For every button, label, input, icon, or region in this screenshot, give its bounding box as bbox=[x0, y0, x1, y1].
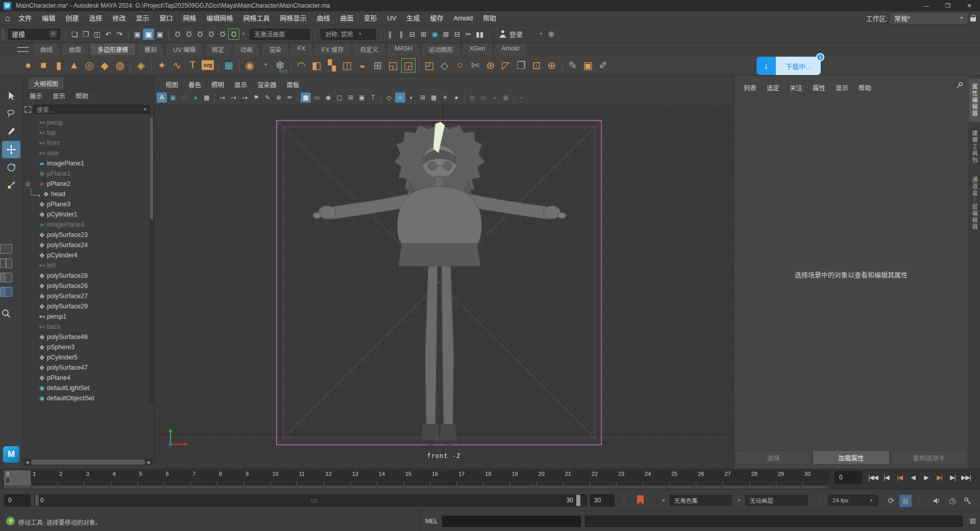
pan-zoom-icon[interactable]: ⊕ bbox=[274, 92, 284, 103]
frame-10[interactable]: 10 bbox=[270, 470, 297, 486]
crease-tool-icon[interactable]: ✎ bbox=[565, 58, 580, 73]
scale-tool-icon[interactable] bbox=[2, 177, 20, 194]
menu-item[interactable]: UV bbox=[382, 11, 402, 25]
attribute-editor-button[interactable]: 加载属性 bbox=[813, 450, 889, 465]
maximize-button[interactable]: ❐ bbox=[937, 0, 959, 11]
attribute-editor-menu-item[interactable]: 帮助 bbox=[855, 83, 875, 92]
rotate-tool-icon[interactable] bbox=[2, 159, 20, 176]
open-scene-icon[interactable]: ❒ bbox=[80, 29, 91, 40]
frame-18[interactable]: 18 bbox=[483, 470, 509, 486]
globe-icon[interactable]: ⊕ bbox=[548, 30, 555, 39]
camera-attributes-icon[interactable]: ▪◄ bbox=[240, 92, 250, 103]
tree-item[interactable]: ❖pPlane3 bbox=[22, 199, 149, 209]
lattice-icon[interactable]: ⊡ bbox=[529, 58, 544, 73]
scroll-right-icon[interactable]: ▶ bbox=[145, 460, 153, 465]
collapse-icon[interactable]: ⊟ bbox=[26, 181, 33, 187]
frame-23[interactable]: 23 bbox=[616, 470, 643, 486]
attribute-editor-button[interactable]: 选择 bbox=[735, 450, 812, 465]
screen-space-ao-icon[interactable]: ☀ bbox=[440, 92, 450, 103]
fps-dropdown[interactable]: 24 fps ▼ bbox=[828, 495, 878, 506]
tree-item[interactable]: ❖pPlane1 bbox=[22, 168, 149, 179]
frame-7[interactable]: 7 bbox=[190, 470, 217, 486]
select-camera-icon[interactable]: ▪◄ bbox=[217, 92, 228, 103]
viewport-panel[interactable]: 视图着色照明显示渲染器面板 A▣▢◕▩▪◄▪◄▪◄⚑✎⊕✏▦▭◉▢⊞▣T◇◆◐⊞… bbox=[154, 76, 733, 469]
tree-item[interactable]: ■◄persp1 bbox=[22, 311, 149, 322]
shelf-tab[interactable]: FX bbox=[290, 43, 313, 55]
lock-camera-icon[interactable]: ▪◄ bbox=[229, 92, 239, 103]
range-slider[interactable]: 0 30 bbox=[35, 494, 587, 506]
menu-item[interactable]: 修改 bbox=[107, 11, 131, 25]
boolean-union-icon[interactable]: ◱ bbox=[385, 58, 401, 73]
wireframe-icon[interactable]: ◇ bbox=[384, 92, 394, 103]
lock-icon[interactable] bbox=[970, 17, 976, 21]
snap-grid-icon[interactable]: Ω bbox=[172, 29, 183, 40]
snap-view-plane-icon[interactable]: Ω bbox=[217, 29, 228, 40]
poly-plane-icon[interactable]: ◆ bbox=[97, 58, 112, 73]
poly-disc-icon[interactable]: ◍ bbox=[112, 58, 128, 73]
go-to-end-button[interactable]: ▶▶| bbox=[960, 471, 972, 484]
home-icon[interactable]: ⌂ bbox=[5, 13, 10, 23]
poly-cylinder-icon[interactable]: ▮ bbox=[51, 58, 66, 73]
shelf-tab[interactable]: 曲线 bbox=[33, 43, 60, 55]
frame-4[interactable]: 4 bbox=[111, 470, 137, 486]
poly-cube-icon[interactable]: ■ bbox=[36, 58, 51, 73]
menu-item[interactable]: 创建 bbox=[60, 11, 84, 25]
viewport-menu-item[interactable]: 渲染器 bbox=[254, 80, 280, 89]
circularize-icon[interactable]: ⊛ bbox=[483, 58, 498, 73]
safe-title-icon[interactable]: T bbox=[368, 92, 378, 103]
tree-item[interactable]: ❖polySurface29 bbox=[22, 301, 149, 311]
depth-peeling-icon[interactable]: ▢ bbox=[179, 92, 189, 103]
frame-22[interactable]: 22 bbox=[590, 470, 616, 486]
multisample-icon[interactable]: ▣ bbox=[168, 92, 178, 103]
menu-item[interactable]: 显示 bbox=[131, 11, 154, 25]
smooth-icon[interactable]: ◒ bbox=[355, 58, 370, 73]
select-by-name-icon[interactable] bbox=[24, 106, 31, 113]
outliner-vertical-scrollbar[interactable] bbox=[150, 117, 154, 403]
snap-projected-center-icon[interactable]: Ω bbox=[206, 29, 217, 40]
tree-item[interactable]: ■◄left bbox=[22, 260, 149, 271]
frame-12[interactable]: 12 bbox=[324, 470, 350, 486]
chevron-down-icon[interactable]: ▼ bbox=[737, 498, 741, 503]
tree-item[interactable]: ■◄front bbox=[22, 138, 149, 148]
viewport-menu-item[interactable]: 照明 bbox=[208, 80, 227, 89]
menu-item[interactable]: 编辑网格 bbox=[201, 11, 238, 25]
field-chart-icon[interactable]: ⊞ bbox=[346, 92, 356, 103]
step-forward-frame-button[interactable]: ▶| bbox=[946, 471, 959, 484]
viewport-canvas[interactable]: front -Z bbox=[154, 104, 733, 469]
shelf-menu-icon[interactable] bbox=[17, 47, 29, 52]
outliner-menu-item[interactable]: 展示 bbox=[30, 91, 42, 101]
isolate-select-icon[interactable]: ◍ bbox=[467, 92, 477, 103]
select-tool-icon[interactable] bbox=[2, 87, 20, 105]
frame-3[interactable]: 3 bbox=[84, 470, 110, 486]
animation-start-field[interactable]: 0 bbox=[4, 494, 31, 506]
xray-icon[interactable]: ◎ bbox=[478, 92, 488, 103]
bookmark-icon[interactable]: ⚑ bbox=[251, 92, 261, 103]
workspace-dropdown[interactable]: 常规* ▼ bbox=[891, 13, 967, 23]
tree-item[interactable]: ❖pSphere3 bbox=[22, 342, 149, 352]
download-button[interactable]: ↓ 下载中... 1 bbox=[756, 57, 821, 75]
shelf-tab[interactable]: XGen bbox=[462, 43, 493, 55]
shelf-tab[interactable]: Arnold bbox=[494, 43, 527, 55]
tree-item[interactable]: ⊟➤pPlane2 bbox=[22, 179, 149, 189]
duplicate-icon[interactable]: ❐ bbox=[513, 58, 529, 73]
new-scene-icon[interactable]: ❏ bbox=[69, 29, 80, 40]
frame-8[interactable]: 8 bbox=[217, 470, 243, 486]
tree-item[interactable]: ❖polySurface46 bbox=[22, 332, 149, 342]
hypershade-icon[interactable]: ⊟ bbox=[452, 29, 463, 40]
tree-item[interactable]: ❖polySurface23 bbox=[22, 230, 149, 240]
select-object-icon[interactable]: ▣ bbox=[143, 29, 154, 40]
chevron-down-icon[interactable]: ▼ bbox=[662, 498, 666, 503]
separate-icon[interactable]: ▚ bbox=[324, 58, 339, 73]
sign-in-dropdown[interactable]: 登录 ▼ bbox=[499, 29, 543, 39]
shelf-tab[interactable]: 雕刻 bbox=[137, 43, 164, 55]
frame-15[interactable]: 15 bbox=[403, 470, 430, 486]
menu-item[interactable]: Arnold bbox=[449, 11, 478, 25]
layout-single-pane-button[interactable] bbox=[0, 244, 12, 254]
edit-pivot-icon[interactable]: ▣ bbox=[580, 58, 596, 73]
motion-blur-icon[interactable]: ▩ bbox=[202, 92, 212, 103]
menu-item[interactable]: 曲面 bbox=[335, 11, 358, 25]
extrude-icon[interactable]: ◰ bbox=[422, 58, 437, 73]
render-setup-icon[interactable]: ✂ bbox=[463, 29, 474, 40]
tree-item[interactable]: ❖polySurface28 bbox=[22, 271, 149, 281]
set-driven-key-icon[interactable]: ◔ bbox=[257, 58, 273, 73]
